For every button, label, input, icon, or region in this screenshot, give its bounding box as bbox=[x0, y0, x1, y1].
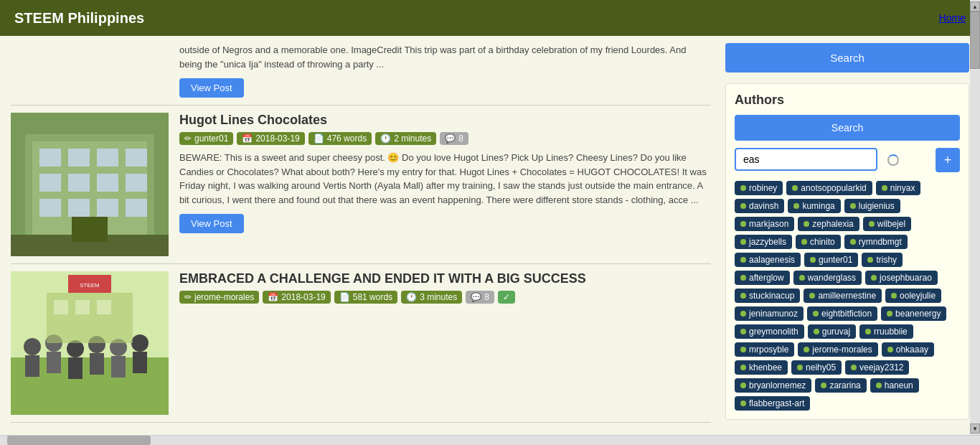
author-tag-label: luigienius bbox=[859, 201, 895, 211]
vertical-scrollbar[interactable]: ▲ ▼ bbox=[970, 0, 980, 430]
author-tag-dot bbox=[851, 365, 857, 370]
author-tag[interactable]: chinito bbox=[796, 235, 841, 249]
author-tag[interactable]: aalagenesis bbox=[735, 253, 801, 267]
author-tag[interactable]: khenbee bbox=[735, 360, 788, 375]
post-author-badge: ✏ jerome-morales bbox=[179, 291, 259, 304]
post-meta: ✏ gunter01 📅 2018-03-19 📄 476 words 🕐 2 … bbox=[179, 132, 711, 145]
post-verified-badge: ✓ bbox=[498, 291, 515, 304]
author-tag-dot bbox=[740, 239, 746, 245]
author-tag[interactable]: ninyax bbox=[876, 181, 921, 195]
author-tag[interactable]: ohkaaay bbox=[882, 342, 934, 357]
author-add-button[interactable]: + bbox=[936, 148, 960, 172]
author-tag-dot bbox=[797, 365, 803, 370]
post-thumbnail: STEEM bbox=[11, 271, 169, 415]
clock-icon: 🕐 bbox=[380, 134, 391, 144]
sidebar: Search Authors Search + robineyanotsopop… bbox=[725, 43, 969, 423]
svg-rect-13 bbox=[97, 199, 118, 217]
author-tag[interactable]: rymndbmgt bbox=[844, 235, 908, 249]
author-tag[interactable]: afterglow bbox=[735, 271, 790, 285]
post-words-badge: 📄 476 words bbox=[308, 132, 372, 145]
scroll-up-button[interactable]: ▲ bbox=[970, 1, 980, 11]
author-tag[interactable]: eightbitfiction bbox=[807, 306, 877, 321]
partial-view-post-button[interactable]: View Post bbox=[179, 78, 244, 98]
author-tag-label: chinito bbox=[810, 237, 835, 247]
author-tag-label: davinsh bbox=[749, 201, 778, 211]
author-tag-dot bbox=[740, 365, 746, 370]
author-tag-label: jerome-morales bbox=[812, 345, 872, 355]
svg-rect-20 bbox=[25, 355, 39, 377]
author-tag-label: aalagenesis bbox=[749, 255, 795, 265]
author-tag-dot bbox=[887, 311, 892, 317]
author-tag[interactable]: veejay2312 bbox=[845, 360, 909, 375]
author-tag-label: ninyax bbox=[890, 183, 915, 193]
author-tag-dot bbox=[740, 383, 746, 388]
author-tags: robineyanotsopopularkidninyaxdavinshkumi… bbox=[735, 181, 960, 411]
author-tag[interactable]: kuminga bbox=[788, 199, 840, 213]
svg-rect-30 bbox=[133, 352, 147, 373]
site-title: STEEM Philippines bbox=[14, 10, 144, 27]
scrollbar-thumb[interactable] bbox=[970, 11, 980, 69]
svg-rect-14 bbox=[126, 199, 147, 217]
comment-icon: 💬 bbox=[445, 134, 456, 144]
author-tag[interactable]: beanenergy bbox=[881, 306, 946, 321]
author-tag[interactable]: greymonolith bbox=[735, 324, 804, 339]
author-tag-dot bbox=[821, 383, 826, 388]
author-tag[interactable]: robiney bbox=[735, 181, 783, 195]
author-tag[interactable]: amilleernestine bbox=[804, 289, 882, 303]
author-tag[interactable]: josephbuarao bbox=[865, 271, 938, 285]
author-tag[interactable]: markjason bbox=[735, 217, 794, 231]
author-tag[interactable]: wilbejel bbox=[863, 217, 911, 231]
author-tag-dot bbox=[882, 185, 887, 191]
author-input-row: + bbox=[735, 148, 960, 172]
author-tag[interactable]: haneun bbox=[870, 378, 919, 393]
author-tag-label: khenbee bbox=[749, 362, 782, 373]
authors-section: Authors Search + robineyanotsopopularkid… bbox=[725, 83, 969, 420]
author-tag-label: wilbejel bbox=[877, 219, 905, 229]
author-tag[interactable]: wanderglass bbox=[793, 271, 862, 285]
header-nav: Home bbox=[939, 12, 966, 24]
author-tag[interactable]: mrposyble bbox=[735, 342, 794, 357]
author-tag[interactable]: guruvaj bbox=[808, 324, 856, 339]
home-link[interactable]: Home bbox=[939, 12, 966, 24]
author-tag[interactable]: jerome-morales bbox=[798, 342, 877, 357]
author-tag[interactable]: bryanlornemez bbox=[735, 378, 811, 393]
scroll-down-button[interactable]: ▼ bbox=[970, 423, 980, 430]
post-meta: ✏ jerome-morales 📅 2018-03-19 📄 581 word… bbox=[179, 291, 711, 304]
svg-rect-24 bbox=[68, 357, 83, 379]
author-tag-dot bbox=[865, 329, 871, 334]
author-tag-dot bbox=[740, 311, 746, 317]
top-search-button[interactable]: Search bbox=[725, 43, 969, 72]
author-tag[interactable]: jazzybells bbox=[735, 235, 792, 249]
post-date-badge: 📅 2018-03-19 bbox=[237, 132, 304, 145]
svg-rect-34 bbox=[97, 300, 111, 314]
author-tag-label: bryanlornemez bbox=[749, 380, 806, 390]
author-tag[interactable]: gunter01 bbox=[804, 253, 858, 267]
svg-rect-7 bbox=[39, 174, 61, 192]
author-tag[interactable]: davinsh bbox=[735, 199, 784, 213]
author-tag[interactable]: zephalexia bbox=[798, 217, 859, 231]
author-tag[interactable]: ooleyjulie bbox=[885, 289, 941, 303]
author-tag-label: rymndbmgt bbox=[859, 237, 902, 247]
partial-post: outside of Negros and a memorable one. I… bbox=[11, 43, 711, 106]
author-tag[interactable]: anotsopopularkid bbox=[786, 181, 872, 195]
author-tag-label: amilleernestine bbox=[818, 291, 876, 301]
author-tag[interactable]: trishy bbox=[862, 253, 903, 267]
author-tag-dot bbox=[814, 329, 819, 334]
author-tag-label: neihy05 bbox=[806, 362, 836, 373]
author-tag[interactable]: neihy05 bbox=[791, 360, 842, 375]
author-tag[interactable]: rruubbiie bbox=[859, 324, 913, 339]
author-tag[interactable]: luigienius bbox=[844, 199, 900, 213]
author-tag[interactable]: zararina bbox=[815, 378, 866, 393]
author-tag[interactable]: stuckinacup bbox=[735, 289, 800, 303]
view-post-button-0[interactable]: View Post bbox=[179, 214, 244, 233]
author-tag-dot bbox=[740, 293, 746, 299]
authors-search-button[interactable]: Search bbox=[735, 115, 960, 141]
post-item: STEEM EMBRACED A CHALLENGE AND ENDED IT … bbox=[11, 264, 711, 423]
pencil-icon: ✏ bbox=[184, 292, 192, 302]
author-search-input[interactable] bbox=[735, 148, 877, 171]
svg-point-29 bbox=[131, 334, 149, 352]
author-tag[interactable]: flabbergast-art bbox=[735, 396, 810, 411]
author-tag[interactable]: jeninamunoz bbox=[735, 306, 804, 321]
author-tag-dot bbox=[799, 275, 805, 281]
author-tag-dot bbox=[740, 203, 746, 209]
